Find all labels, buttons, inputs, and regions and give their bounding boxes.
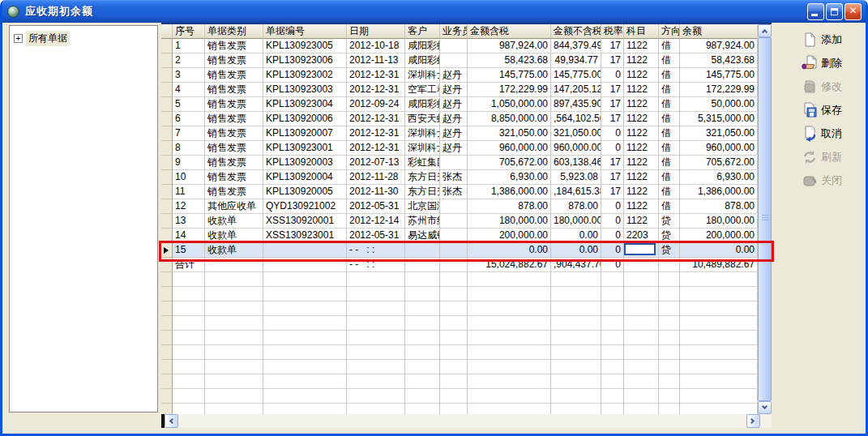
cell-balance[interactable]: 987,924.00 [680, 39, 758, 53]
cell-amount_excl_tax[interactable]: 49,934.77 [551, 53, 601, 68]
cell-date[interactable]: - - : : [347, 243, 405, 258]
row-indicator[interactable] [161, 53, 173, 68]
tree-item-label[interactable]: 所有单据 [26, 31, 70, 46]
cell-account[interactable]: 1122 [624, 170, 659, 185]
cell-salesperson[interactable] [440, 199, 468, 214]
cell-amount_excl_tax[interactable]: 5,923.08 [551, 170, 601, 185]
row-indicator[interactable] [161, 112, 173, 126]
cell-salesperson[interactable]: 赵丹 [440, 112, 468, 126]
cell-doc_no[interactable]: KPL130920005 [263, 185, 347, 199]
cell-account[interactable] [624, 243, 659, 258]
cell-account[interactable]: 1122 [624, 214, 659, 229]
cell-no[interactable]: 10 [173, 170, 205, 185]
cell-amount_excl_tax[interactable]: ,184,615.38 [551, 185, 601, 199]
cell-type[interactable]: 销售发票 [205, 126, 263, 141]
cell-doc_no[interactable]: XSS130923001 [263, 229, 347, 243]
cell-doc_no[interactable]: KPL130923002 [263, 68, 347, 83]
cell-account[interactable]: 1122 [624, 126, 659, 141]
cell-doc_no[interactable]: XSS130920001 [263, 214, 347, 229]
cell-type[interactable]: 其他应收单 [205, 199, 263, 214]
cell-amount_excl_tax[interactable]: 147,205.12 [551, 83, 601, 97]
cell-direction[interactable]: 借 [659, 97, 680, 112]
cell-doc_no[interactable]: KPL130920006 [263, 112, 347, 126]
cell-type[interactable]: 销售发票 [205, 185, 263, 199]
cell-amount_incl_tax[interactable]: 321,050.00 [468, 126, 551, 141]
tree-expander-icon[interactable]: + [14, 34, 23, 43]
cell-amount_excl_tax[interactable]: 844,379.49 [551, 39, 601, 53]
tree-item-all-documents[interactable]: + 所有单据 [14, 31, 157, 46]
row-indicator[interactable] [161, 83, 173, 97]
cell-amount_incl_tax[interactable]: 878.00 [468, 199, 551, 214]
cell-no[interactable]: 8 [173, 141, 205, 156]
cell-date[interactable]: 2012-07-13 [347, 156, 405, 170]
cell-tax_rate[interactable]: 0 [601, 68, 624, 83]
cell-salesperson[interactable] [440, 39, 468, 53]
cell-no[interactable]: 2 [173, 53, 205, 68]
cell-type[interactable]: 销售发票 [205, 170, 263, 185]
cell-no[interactable]: 1 [173, 39, 205, 53]
cell-customer[interactable]: 彩虹集团公司 [405, 156, 440, 170]
cell-balance[interactable]: 58,423.68 [680, 53, 758, 68]
save-button[interactable]: 保存 [802, 101, 868, 119]
column-header-amount_incl_tax[interactable]: 金额含税 [468, 24, 551, 39]
cell-no[interactable]: 5 [173, 97, 205, 112]
vertical-scrollbar[interactable] [758, 24, 772, 414]
row-indicator[interactable] [161, 68, 173, 83]
column-header-date[interactable]: 日期 [347, 24, 405, 39]
scroll-down-button[interactable] [758, 401, 772, 414]
cell-balance[interactable]: 6,930.00 [680, 170, 758, 185]
cell-direction[interactable]: 借 [659, 141, 680, 156]
cell-doc_no[interactable]: KPL130920007 [263, 126, 347, 141]
cell-date[interactable]: 2012-12-31 [347, 141, 405, 156]
cell-balance[interactable]: 321,050.00 [680, 126, 758, 141]
cell-salesperson[interactable]: 赵丹 [440, 83, 468, 97]
cell-no[interactable]: 11 [173, 185, 205, 199]
cell-tax_rate[interactable]: 17 [601, 97, 624, 112]
cell-account[interactable]: 2203 [624, 229, 659, 243]
cell-customer[interactable]: 咸阳彩虹光伏 [405, 39, 440, 53]
column-header-no[interactable]: 序号 [173, 24, 205, 39]
cell-date[interactable]: 2012-12-31 [347, 83, 405, 97]
scroll-right-button[interactable] [746, 414, 760, 428]
cell-tax_rate[interactable]: 0 [601, 126, 624, 141]
cell-doc_no[interactable]: KPL130923006 [263, 53, 347, 68]
add-button[interactable]: 添加 [802, 31, 868, 49]
cell-tax_rate[interactable]: 17 [601, 170, 624, 185]
cell-account[interactable]: 1122 [624, 68, 659, 83]
row-indicator[interactable] [161, 126, 173, 141]
cell-doc_no[interactable] [263, 243, 347, 258]
cell-amount_incl_tax[interactable]: 1,050,000.00 [468, 97, 551, 112]
cell-date[interactable]: 2012-12-14 [347, 214, 405, 229]
cell-customer[interactable]: 咸阳彩虹光伏 [405, 97, 440, 112]
cell-amount_incl_tax[interactable]: 200,000.00 [468, 229, 551, 243]
column-header-amount_excl_tax[interactable]: 金额不含税 [551, 24, 601, 39]
cell-account[interactable]: 1122 [624, 185, 659, 199]
cell-no[interactable]: 15 [173, 243, 205, 258]
column-header-doc_no[interactable]: 单据编号 [263, 24, 347, 39]
cell-customer[interactable]: 深圳科士达科 [405, 68, 440, 83]
cell-type[interactable]: 收款单 [205, 229, 263, 243]
cancel-button[interactable]: 取消 [802, 125, 868, 143]
cell-amount_incl_tax[interactable]: 960,000.00 [468, 141, 551, 156]
scroll-up-button[interactable] [758, 24, 772, 37]
cell-date[interactable]: 2012-05-31 [347, 229, 405, 243]
cell-amount_excl_tax[interactable]: 878.00 [551, 199, 601, 214]
cell-balance[interactable]: 1,386,000.00 [680, 185, 758, 199]
cell-tax_rate[interactable]: 0 [601, 214, 624, 229]
cell-tax_rate[interactable]: 17 [601, 156, 624, 170]
cell-type[interactable]: 销售发票 [205, 68, 263, 83]
cell-amount_incl_tax[interactable]: 58,423.68 [468, 53, 551, 68]
cell-direction[interactable]: 借 [659, 53, 680, 68]
cell-date[interactable]: 2012-12-31 [347, 112, 405, 126]
cell-direction[interactable]: 借 [659, 39, 680, 53]
cell-amount_incl_tax[interactable]: 705,672.00 [468, 156, 551, 170]
cell-direction[interactable]: 贷 [659, 214, 680, 229]
cell-doc_no[interactable]: KPL130920003 [263, 156, 347, 170]
cell-direction[interactable]: 借 [659, 112, 680, 126]
cell-customer[interactable]: 苏州市纺织丝 [405, 214, 440, 229]
cell-account[interactable]: 1122 [624, 112, 659, 126]
cell-salesperson[interactable]: 赵丹 [440, 68, 468, 83]
cell-tax_rate[interactable]: 0 [601, 243, 624, 258]
cell-balance[interactable]: 960,000.00 [680, 141, 758, 156]
cell-salesperson[interactable]: 张杰 [440, 170, 468, 185]
